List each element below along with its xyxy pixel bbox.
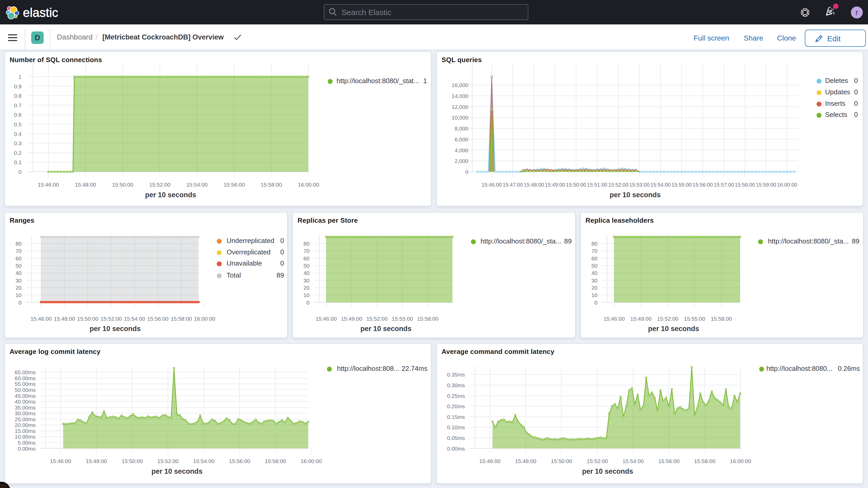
- svg-text:0.35ms: 0.35ms: [447, 372, 465, 377]
- svg-text:15:50:00: 15:50:00: [77, 316, 98, 322]
- svg-text:80: 80: [591, 241, 597, 247]
- svg-text:15:52:00: 15:52:00: [157, 458, 179, 464]
- svg-text:60.00ms: 60.00ms: [14, 375, 36, 381]
- svg-text:50: 50: [16, 263, 22, 269]
- svg-text:15:48:00: 15:48:00: [524, 182, 544, 188]
- svg-text:35.00ms: 35.00ms: [14, 404, 36, 410]
- svg-text:70: 70: [16, 248, 22, 254]
- svg-text:15:49:00: 15:49:00: [341, 316, 362, 322]
- svg-text:0.9: 0.9: [14, 84, 22, 89]
- svg-text:16:00:00: 16:00:00: [730, 458, 751, 464]
- svg-text:2,000: 2,000: [455, 158, 468, 164]
- svg-text:40: 40: [16, 270, 22, 276]
- svg-text:15.00ms: 15.00ms: [14, 428, 36, 434]
- svg-text:50.00ms: 50.00ms: [14, 387, 36, 393]
- svg-text:0: 0: [594, 300, 597, 306]
- svg-text:16:00:00: 16:00:00: [301, 458, 322, 464]
- svg-text:15:54:00: 15:54:00: [186, 182, 208, 188]
- svg-text:15:56:00: 15:56:00: [229, 458, 250, 464]
- svg-text:15:54:00: 15:54:00: [622, 458, 644, 464]
- svg-text:15:50:00: 15:50:00: [112, 182, 133, 188]
- svg-text:15:52:00: 15:52:00: [587, 458, 608, 464]
- svg-text:0: 0: [306, 300, 310, 306]
- svg-text:60: 60: [304, 255, 310, 262]
- svg-text:16:00:00: 16:00:00: [298, 182, 319, 188]
- svg-text:5.00ms: 5.00ms: [18, 440, 36, 446]
- svg-text:40: 40: [304, 270, 310, 276]
- svg-text:15:52:00: 15:52:00: [366, 316, 388, 322]
- svg-text:15:58:00: 15:58:00: [261, 182, 282, 188]
- svg-text:20: 20: [591, 285, 597, 291]
- svg-text:20.00ms: 20.00ms: [14, 422, 36, 428]
- svg-text:50: 50: [304, 263, 310, 269]
- svg-text:0.15ms: 0.15ms: [447, 414, 465, 420]
- svg-text:60: 60: [591, 255, 597, 262]
- svg-text:80: 80: [16, 241, 22, 247]
- svg-text:25.00ms: 25.00ms: [14, 416, 36, 422]
- svg-text:0.00ms: 0.00ms: [447, 446, 465, 452]
- svg-text:40: 40: [591, 270, 597, 276]
- svg-text:16:00:00: 16:00:00: [777, 182, 797, 188]
- svg-text:15:52:00: 15:52:00: [608, 182, 628, 188]
- svg-text:15:46:00: 15:46:00: [315, 316, 337, 322]
- svg-text:15:48:00: 15:48:00: [75, 182, 96, 188]
- svg-text:15:47:00: 15:47:00: [503, 182, 523, 188]
- svg-text:70: 70: [591, 248, 597, 254]
- svg-text:15:56:00: 15:56:00: [147, 316, 169, 322]
- svg-text:15:56:00: 15:56:00: [692, 182, 713, 188]
- svg-text:15:59:00: 15:59:00: [756, 182, 776, 188]
- svg-text:0.3: 0.3: [14, 140, 22, 146]
- svg-text:15:55:00: 15:55:00: [392, 316, 413, 322]
- svg-text:0: 0: [465, 169, 468, 175]
- svg-text:0.05ms: 0.05ms: [447, 435, 465, 441]
- svg-text:0.4: 0.4: [14, 131, 22, 137]
- svg-text:0.10ms: 0.10ms: [447, 424, 465, 430]
- svg-text:16:00:00: 16:00:00: [194, 316, 215, 322]
- svg-text:0.20ms: 0.20ms: [447, 403, 465, 409]
- svg-text:15:56:00: 15:56:00: [658, 458, 680, 464]
- svg-text:55.00ms: 55.00ms: [14, 381, 36, 387]
- svg-text:15:50:00: 15:50:00: [551, 458, 572, 464]
- svg-text:15:46:00: 15:46:00: [479, 458, 500, 464]
- svg-text:15:53:00: 15:53:00: [629, 182, 649, 188]
- svg-text:15:54:00: 15:54:00: [124, 316, 145, 322]
- svg-text:15:58:00: 15:58:00: [711, 316, 732, 322]
- svg-text:15:50:00: 15:50:00: [122, 458, 143, 464]
- svg-text:0.5: 0.5: [14, 121, 22, 127]
- svg-text:15:49:00: 15:49:00: [630, 316, 652, 322]
- svg-text:15:48:00: 15:48:00: [86, 458, 107, 464]
- svg-text:15:55:00: 15:55:00: [684, 316, 705, 322]
- svg-text:8,000: 8,000: [455, 125, 468, 131]
- svg-text:0.25ms: 0.25ms: [447, 393, 465, 399]
- svg-text:15:46:00: 15:46:00: [50, 458, 71, 464]
- svg-text:14,000: 14,000: [452, 93, 468, 99]
- svg-text:30: 30: [591, 277, 597, 283]
- svg-text:80: 80: [304, 241, 310, 247]
- svg-text:12,000: 12,000: [452, 104, 468, 110]
- svg-text:15:52:00: 15:52:00: [657, 316, 679, 322]
- svg-text:0.8: 0.8: [14, 93, 22, 99]
- svg-text:0.30ms: 0.30ms: [447, 382, 465, 388]
- svg-text:10: 10: [591, 292, 597, 298]
- svg-text:15:54:00: 15:54:00: [193, 458, 214, 464]
- svg-text:16,000: 16,000: [452, 82, 468, 88]
- svg-text:30: 30: [16, 277, 22, 283]
- svg-text:15:46:00: 15:46:00: [482, 182, 502, 188]
- svg-text:0.7: 0.7: [14, 102, 22, 109]
- svg-text:15:58:00: 15:58:00: [694, 458, 715, 464]
- svg-text:30.00ms: 30.00ms: [14, 410, 36, 416]
- svg-text:0: 0: [19, 169, 22, 175]
- svg-text:15:54:00: 15:54:00: [650, 182, 671, 188]
- svg-text:10: 10: [304, 292, 310, 298]
- svg-text:0.2: 0.2: [14, 150, 22, 156]
- svg-text:1: 1: [19, 74, 22, 80]
- svg-text:10: 10: [16, 292, 22, 298]
- svg-text:15:57:00: 15:57:00: [714, 182, 734, 188]
- svg-text:20: 20: [16, 285, 22, 291]
- svg-text:10.00ms: 10.00ms: [14, 434, 36, 440]
- svg-text:15:49:00: 15:49:00: [545, 182, 565, 188]
- svg-text:15:51:00: 15:51:00: [587, 182, 607, 188]
- svg-text:15:58:00: 15:58:00: [417, 316, 438, 322]
- svg-text:4,000: 4,000: [455, 147, 468, 153]
- svg-text:10,000: 10,000: [452, 115, 468, 121]
